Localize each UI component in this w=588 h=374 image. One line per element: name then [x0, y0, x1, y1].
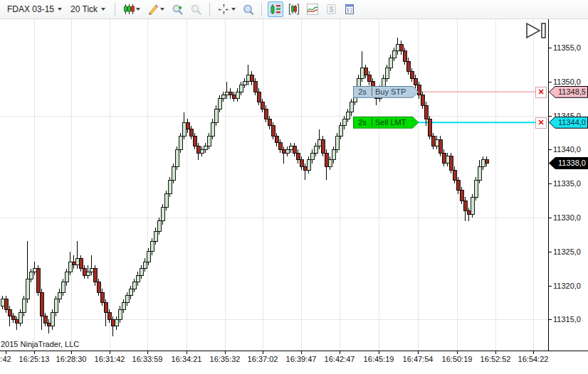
candle-body: [61, 282, 65, 292]
go-to-last-bar-button[interactable]: [525, 22, 548, 41]
candle-body: [257, 92, 261, 102]
candle-body: [211, 122, 214, 136]
play-triangle-icon: [527, 23, 540, 38]
copyright-text: 2015 NinjaTrader, LLC: [1, 340, 79, 348]
candle-body: [140, 269, 143, 276]
candle-body: [51, 313, 54, 326]
candle-body: [328, 160, 332, 167]
candle-body: [200, 149, 204, 153]
candle-body: [129, 289, 132, 296]
order-tag-sell-lmt[interactable]: 2sSell LMT: [353, 117, 419, 129]
candle-body: [161, 208, 164, 221]
candle-body: [100, 292, 104, 302]
candle-body: [40, 292, 43, 316]
candle-body: [471, 197, 474, 214]
candle-body: [43, 316, 47, 324]
candle-body: [463, 201, 467, 210]
candle-body: [278, 143, 282, 150]
candle-body: [136, 275, 140, 282]
order-label: Sell LMT: [372, 118, 409, 127]
candle-body: [243, 82, 246, 85]
candle-body: [150, 241, 154, 251]
candle-body: [229, 92, 232, 95]
candle-body: [307, 160, 310, 170]
candle-body: [481, 160, 485, 167]
candle-body: [392, 51, 396, 58]
candle-body: [406, 61, 410, 71]
candle-body: [282, 149, 285, 153]
candle-body: [115, 319, 118, 326]
candle-body: [179, 136, 182, 149]
candle-body: [72, 262, 75, 265]
candle-body: [47, 323, 51, 326]
candle-body: [442, 153, 446, 163]
candle-body: [342, 119, 346, 126]
candle-body: [8, 309, 11, 316]
candle-body: [125, 296, 129, 303]
candle-body: [107, 313, 111, 320]
order-duration: 2s: [353, 118, 372, 127]
candle-body: [11, 316, 15, 320]
candle-body: [29, 272, 33, 279]
candle-body: [364, 68, 367, 75]
candle-body: [164, 194, 168, 208]
candle-body: [68, 262, 72, 272]
candle-body: [367, 75, 371, 82]
candle-body: [90, 269, 93, 272]
candle-body: [154, 231, 157, 241]
candle-body: [157, 221, 161, 231]
chart-canvas[interactable]: [0, 0, 588, 374]
candle-body: [317, 139, 321, 146]
cancel-order-button[interactable]: ✕: [535, 87, 547, 98]
candle-body: [410, 71, 414, 78]
candle-body: [104, 303, 107, 313]
candle-body: [79, 258, 83, 268]
candle-body: [15, 319, 19, 323]
candle-body: [19, 313, 22, 323]
candle-body: [456, 180, 460, 190]
candle-body: [118, 309, 122, 319]
candle-body: [296, 153, 300, 160]
candle-body: [303, 166, 307, 170]
candle-body: [193, 136, 196, 146]
candle-body: [421, 95, 424, 105]
candle-body: [143, 262, 147, 269]
candle-body: [460, 191, 463, 201]
candle-body: [360, 68, 364, 78]
candle-body: [335, 136, 339, 149]
candle-body: [321, 139, 325, 153]
candle-body: [122, 303, 125, 310]
candle-body: [453, 170, 456, 180]
candle-body: [261, 102, 264, 109]
candle-body: [86, 272, 90, 275]
candle-body: [175, 149, 179, 166]
candle-body: [325, 153, 328, 166]
order-tag-buy-stp[interactable]: 2sBuy STP: [353, 86, 419, 98]
candle-body: [403, 51, 406, 61]
candle-body: [478, 166, 481, 180]
candle-body: [314, 146, 317, 154]
candle-body: [83, 269, 86, 276]
candle-body: [396, 44, 399, 51]
candle-body: [289, 146, 293, 150]
candle-body: [4, 299, 8, 309]
candle-body: [189, 129, 193, 137]
candle-body: [246, 75, 250, 82]
candle-body: [253, 82, 257, 92]
candle-body: [204, 146, 207, 150]
cancel-order-button[interactable]: ✕: [535, 117, 547, 129]
candle-body: [350, 102, 353, 112]
candle-body: [467, 210, 471, 214]
candle-body: [431, 136, 435, 146]
candle-body: [1, 299, 4, 306]
candle-body: [285, 149, 289, 153]
candle-body: [232, 95, 236, 99]
candle-body: [389, 58, 392, 68]
candle-body: [132, 282, 136, 289]
candle-body: [111, 319, 115, 326]
candle-body: [97, 282, 100, 292]
candle-body: [214, 109, 218, 122]
candle-body: [446, 156, 449, 164]
candle-body: [264, 109, 268, 119]
order-duration: 2s: [353, 87, 372, 96]
